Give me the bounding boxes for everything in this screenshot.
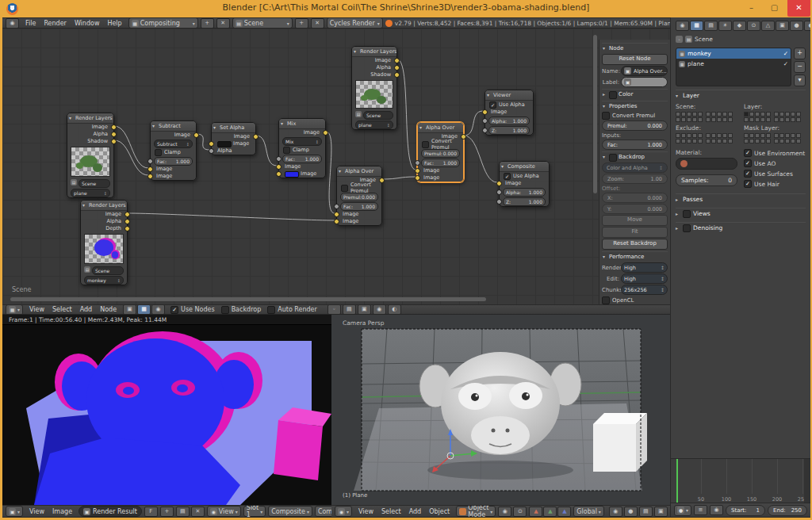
compositing-nodetree-icon[interactable]: ▦ xyxy=(137,304,151,315)
pin-icon[interactable]: ◦ xyxy=(676,36,683,43)
layer-cell[interactable] xyxy=(717,133,722,138)
layer-select-menu[interactable]: plane↕ xyxy=(355,120,393,129)
node-label-field[interactable]: ▣ xyxy=(621,77,668,87)
fac-slider[interactable]: Fac:1.000 xyxy=(602,140,668,150)
node-checkbox-row[interactable]: Convert Premul xyxy=(418,140,463,148)
opengl-render-anim-icon[interactable]: ▣ xyxy=(654,507,668,517)
option-checkbox[interactable] xyxy=(744,180,752,188)
transform-orientation-selector[interactable]: Global xyxy=(573,506,604,517)
delete-layout-button[interactable]: ✕ xyxy=(216,18,230,29)
option-use-surfaces[interactable]: Use Surfaces xyxy=(744,170,806,178)
layer-cell[interactable] xyxy=(676,133,680,138)
render-slot-selector[interactable]: Slot 1 xyxy=(243,506,266,517)
layer-cell[interactable] xyxy=(722,139,727,143)
layer-cell[interactable] xyxy=(760,139,765,143)
layer-cell[interactable] xyxy=(717,139,722,143)
node-alpha_over_1[interactable]: Alpha OverImageConvert PremulPremul:0.00… xyxy=(336,166,382,226)
fake-user-button[interactable]: F xyxy=(144,507,158,517)
node-header[interactable]: Set Alpha xyxy=(212,123,255,133)
reset-node-button[interactable]: Reset Node xyxy=(602,54,668,65)
output-socket[interactable] xyxy=(124,219,130,224)
menu-view[interactable]: View xyxy=(354,508,377,515)
color-swatch[interactable] xyxy=(217,141,232,147)
add-scene-button[interactable]: + xyxy=(295,18,308,29)
menu-add[interactable]: Add xyxy=(405,508,426,515)
material-override-field[interactable] xyxy=(676,158,737,170)
layer-cell[interactable] xyxy=(676,139,680,143)
delete-scene-button[interactable]: ✕ xyxy=(311,18,324,29)
scene-field[interactable]: Scene xyxy=(92,266,124,275)
output-socket[interactable] xyxy=(394,72,400,78)
scene-field[interactable]: Scene xyxy=(79,179,110,188)
layer-cell[interactable] xyxy=(774,139,779,143)
layer-cell[interactable] xyxy=(681,139,686,143)
layer-cell[interactable] xyxy=(711,139,716,143)
ne-toggle-checkbox[interactable] xyxy=(267,306,275,314)
panel-checkbox[interactable] xyxy=(683,210,691,218)
panel-header-properties[interactable]: Properties xyxy=(602,101,668,111)
input-socket[interactable] xyxy=(276,171,282,177)
close-button[interactable]: ✕ xyxy=(787,0,810,17)
input-socket[interactable] xyxy=(415,168,420,174)
layer-cell[interactable] xyxy=(692,133,697,138)
value-slider[interactable]: Alpha:1.000 xyxy=(503,188,546,197)
node-rl_left[interactable]: Render LayersImageAlphaShadow▤Sceneplane… xyxy=(67,113,114,198)
tab-object[interactable]: ◆ xyxy=(733,21,746,31)
performance-menu[interactable]: High xyxy=(621,273,668,284)
layer-specials-menu[interactable]: ▾ xyxy=(794,75,806,86)
input-socket[interactable] xyxy=(482,118,488,124)
value-slider[interactable]: Fac:1.000 xyxy=(340,202,378,211)
editor-type-node-button[interactable]: ▦ xyxy=(6,304,23,315)
input-socket[interactable] xyxy=(496,181,502,186)
blend-mode-menu[interactable]: Mix↕ xyxy=(282,137,322,146)
color-checkbox[interactable] xyxy=(609,91,617,99)
layer-cell[interactable] xyxy=(791,139,795,143)
node-checkbox-row[interactable]: Use Alpha xyxy=(485,101,533,109)
frame-start-field[interactable]: Start:1 xyxy=(726,505,765,516)
option-checkbox[interactable] xyxy=(744,170,752,178)
timeline[interactable]: 50100150200250 xyxy=(671,458,810,503)
layer-cell[interactable] xyxy=(774,133,779,138)
input-socket[interactable] xyxy=(496,199,502,205)
layer-cell[interactable] xyxy=(755,133,760,138)
new-image-button[interactable]: + xyxy=(160,507,174,517)
layer-cell[interactable] xyxy=(698,133,703,138)
tab-object-data[interactable]: ▣ xyxy=(776,21,789,31)
node-header[interactable]: Alpha Over xyxy=(337,166,381,177)
backdrop-checkbox[interactable] xyxy=(609,154,617,162)
remove-render-layer-button[interactable]: − xyxy=(794,61,806,73)
node-mix[interactable]: MixImageMix↕ClampFac:1.000ImageImage xyxy=(278,118,326,178)
node-alpha_over_2[interactable]: Alpha OverImageConvert PremulPremul:0.00… xyxy=(417,122,464,182)
ne-toggle-checkbox[interactable] xyxy=(221,306,229,314)
render-engine-selector[interactable]: Cycles Render xyxy=(327,17,383,29)
input-socket[interactable] xyxy=(415,160,420,166)
layer-cell[interactable] xyxy=(796,139,801,143)
layer-cell[interactable] xyxy=(692,139,697,143)
menu-object[interactable]: Object xyxy=(425,508,454,515)
option-use-hair[interactable]: Use Hair xyxy=(744,180,806,188)
value-slider[interactable]: Fac:1.000 xyxy=(154,157,193,166)
node-checkbox-row[interactable]: Clamp xyxy=(151,148,196,156)
node-composite[interactable]: CompositeUse AlphaImageAlpha:1.000Z:1.00… xyxy=(499,161,550,207)
value-slider[interactable]: Fac:1.000 xyxy=(421,159,460,167)
manipulator-translate-icon[interactable]: ▲ xyxy=(529,507,542,517)
backdrop-channels-menu[interactable]: Color and Alpha xyxy=(602,162,668,173)
output-socket[interactable] xyxy=(111,132,117,137)
layer-cell[interactable] xyxy=(779,133,784,138)
convert-premul-checkbox[interactable] xyxy=(602,112,610,120)
input-socket[interactable] xyxy=(482,128,488,133)
snap-icon[interactable]: ◉ xyxy=(373,304,386,315)
snap-target-icon[interactable]: ◐ xyxy=(388,304,401,315)
titlebar[interactable]: Blender [C:\Art\This Mortal Coil\The Shr… xyxy=(0,0,812,17)
layer-cell[interactable] xyxy=(728,139,733,143)
node-checkbox-row[interactable]: Clamp xyxy=(279,146,325,154)
node-header[interactable]: Render Layers xyxy=(352,47,396,57)
panel-checkbox[interactable] xyxy=(683,224,691,232)
render-layer-selector[interactable]: Combined xyxy=(315,506,331,517)
panel-header-denoising[interactable]: Denoising xyxy=(676,222,806,233)
node-set_alpha[interactable]: Set AlphaImageImageAlpha xyxy=(211,122,256,155)
backdrop-fit-button[interactable]: Fit xyxy=(602,227,668,238)
panel-header-performance[interactable]: Performance xyxy=(602,251,668,262)
input-socket[interactable] xyxy=(147,159,153,164)
menu-node[interactable]: Node xyxy=(96,306,121,313)
